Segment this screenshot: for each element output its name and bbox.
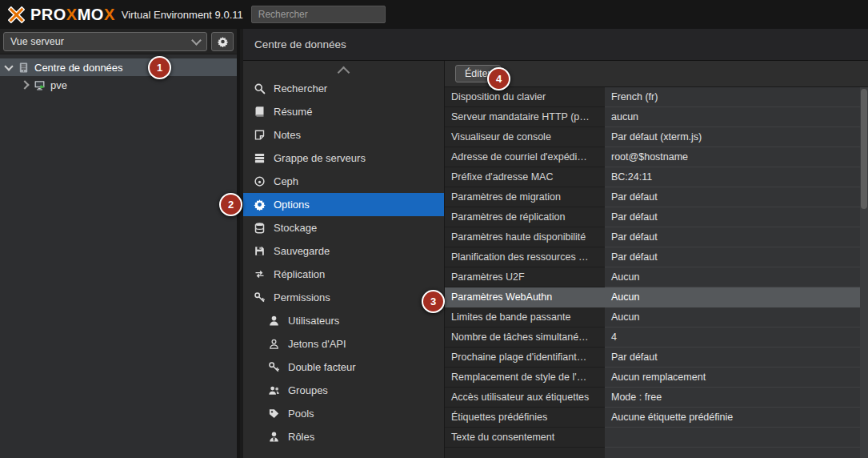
user-tie-icon — [268, 431, 280, 443]
nav-item-search[interactable]: Rechercher — [243, 77, 444, 100]
nav-item-label: Permissions — [274, 291, 330, 303]
topbar: PROXMOX Virtual Environment 9.0.11 — [0, 0, 868, 29]
book-icon — [254, 106, 266, 118]
key-icon — [254, 291, 266, 303]
option-value-cell: Par défaut (xterm.js) — [605, 127, 860, 147]
view-mode-label: Vue serveur — [10, 36, 64, 47]
resource-tree: Centre de données pve — [0, 54, 237, 94]
table-row[interactable]: Préfixe d'adresse MAC BC:24:11 — [445, 167, 860, 187]
option-name-cell: Paramètres de migration — [445, 187, 605, 207]
table-row[interactable]: Texte du consentement — [445, 428, 860, 448]
logo-wordmark: PROXMOX — [30, 6, 115, 24]
version-text: Virtual Environment 9.0.11 — [122, 9, 243, 21]
option-value-cell: Par défaut — [605, 207, 860, 227]
option-value-cell: Par défaut — [605, 227, 860, 247]
table-row[interactable]: Paramètres U2F Aucun — [445, 267, 860, 287]
ceph-icon — [254, 175, 266, 187]
table-row[interactable]: Étiquettes prédéfinies Aucune étiquette … — [445, 408, 860, 428]
view-mode-select[interactable]: Vue serveur — [3, 32, 207, 51]
key-icon — [268, 361, 280, 373]
nav-item-label: Stockage — [274, 222, 317, 234]
nav-item-book[interactable]: Résumé — [243, 100, 444, 123]
tree-item-datacenter[interactable]: Centre de données — [0, 58, 237, 76]
option-value-cell: Par défaut — [605, 247, 860, 267]
nav-item-user[interactable]: Utilisateurs — [243, 309, 444, 332]
annotation-badge-1: 1 — [148, 56, 171, 79]
table-row[interactable]: Accès utilisateur aux étiquettes Mode : … — [445, 388, 860, 408]
proxmox-logo: PROXMOX — [8, 6, 115, 24]
option-value-cell: Aucune étiquette prédéfinie — [605, 408, 860, 428]
nav-item-gear[interactable]: Options — [243, 193, 444, 216]
nav-list: Rechercher Résumé Notes Grappe de serveu… — [243, 77, 444, 448]
tree-toolbar: Vue serveur — [0, 29, 237, 54]
option-name-cell: Paramètres de réplication — [445, 207, 605, 227]
option-value-cell: BC:24:11 — [605, 167, 860, 187]
table-row[interactable]: Prochaine plage d'identifiant… Par défau… — [445, 348, 860, 368]
option-name-cell: Paramètres haute disponibilité — [445, 227, 605, 247]
option-name-cell: Planification des ressources … — [445, 247, 605, 267]
nav-item-label: Rôles — [288, 431, 314, 443]
tree-item-label: Centre de données — [34, 62, 123, 74]
server-icon — [18, 62, 30, 74]
table-row[interactable]: Visualiseur de console Par défaut (xterm… — [445, 127, 860, 147]
option-name-cell: Serveur mandataire HTTP (p… — [445, 107, 605, 127]
nav-item-label: Sauvegarde — [274, 245, 330, 257]
nav-item-cluster[interactable]: Grappe de serveurs — [243, 147, 444, 170]
table-row[interactable]: Remplacement de style de l'… Aucun rempl… — [445, 368, 860, 388]
option-name-cell: Paramètres WebAuthn — [445, 287, 605, 307]
table-row[interactable]: Serveur mandataire HTTP (p… aucun — [445, 107, 860, 127]
table-row[interactable]: Nombre de tâches simultané… 4 — [445, 327, 860, 348]
user-o-icon — [268, 338, 280, 350]
option-name-cell: Limites de bande passante — [445, 307, 605, 327]
nav-item-ceph[interactable]: Ceph — [243, 170, 444, 193]
table-row[interactable]: Adresse de courriel d'expédi… root@$host… — [445, 147, 860, 167]
caret-right-icon[interactable] — [21, 82, 29, 88]
option-value-cell: Par défaut — [605, 348, 860, 368]
node-icon — [34, 79, 46, 91]
table-row[interactable]: Paramètres de réplication Par défaut — [445, 207, 860, 227]
tree-item-pve[interactable]: pve — [0, 76, 237, 94]
scroll-up-indicator[interactable] — [243, 61, 444, 77]
option-value-cell: aucun — [605, 107, 860, 127]
option-name-cell: Paramètres U2F — [445, 267, 605, 287]
nav-item-label: Résumé — [274, 106, 312, 118]
table-row[interactable]: Planification des ressources … Par défau… — [445, 247, 860, 267]
option-value-cell — [605, 428, 860, 448]
option-value-cell: Aucun remplacement — [605, 368, 860, 388]
nav-item-users[interactable]: Groupes — [243, 379, 444, 402]
option-value-cell: Par défaut — [605, 187, 860, 207]
table-row[interactable]: Paramètres WebAuthn Aucun — [445, 287, 860, 307]
users-icon — [268, 384, 280, 396]
gear-icon — [217, 36, 229, 47]
nav-item-key[interactable]: Double facteur — [243, 356, 444, 379]
sync-icon — [254, 268, 266, 280]
search-icon — [254, 82, 266, 94]
option-name-cell: Prochaine plage d'identifiant… — [445, 348, 605, 368]
nav-item-label: Options — [274, 199, 310, 211]
nav-item-user-o[interactable]: Jetons d'API — [243, 332, 444, 356]
chevron-down-icon — [191, 35, 202, 46]
note-icon — [254, 129, 266, 141]
nav-item-sync[interactable]: Réplication — [243, 263, 444, 286]
caret-down-icon[interactable] — [5, 65, 13, 70]
table-row[interactable]: Limites de bande passante Aucun — [445, 307, 860, 327]
nav-item-key[interactable]: Permissions — [243, 286, 444, 309]
table-row[interactable]: Paramètres haute disponibilité Par défau… — [445, 227, 860, 247]
nav-item-tag[interactable]: Pools — [243, 402, 444, 425]
nav-item-floppy[interactable]: Sauvegarde — [243, 239, 444, 263]
global-search-input[interactable] — [251, 6, 386, 23]
option-name-cell: Texte du consentement — [445, 428, 605, 448]
annotation-badge-3: 3 — [422, 290, 445, 313]
vertical-scrollbar[interactable] — [860, 87, 868, 458]
table-row[interactable]: Disposition du clavier French (fr) — [445, 87, 860, 107]
table-row[interactable]: Paramètres de migration Par défaut — [445, 187, 860, 207]
option-value-cell: Mode : free — [605, 388, 860, 408]
scrollbar-thumb[interactable] — [861, 89, 867, 209]
nav-item-user-tie[interactable]: Rôles — [243, 425, 444, 448]
tag-icon — [268, 408, 280, 420]
user-icon — [268, 315, 280, 327]
nav-item-db[interactable]: Stockage — [243, 216, 444, 239]
nav-item-note[interactable]: Notes — [243, 123, 444, 147]
tree-settings-button[interactable] — [211, 32, 234, 51]
annotation-badge-4: 4 — [487, 67, 510, 90]
